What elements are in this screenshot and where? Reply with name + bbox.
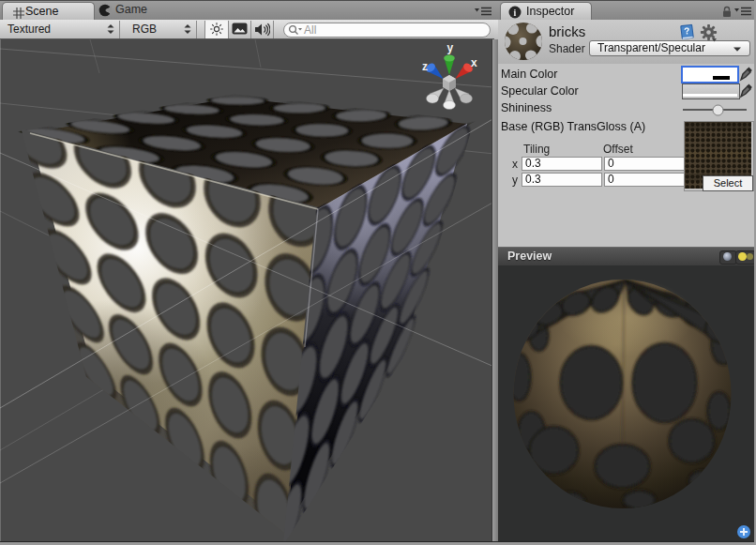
svg-text:x: x: [471, 56, 477, 69]
svg-text:y: y: [447, 41, 454, 54]
svg-text:i: i: [514, 7, 517, 17]
svg-text:z: z: [422, 60, 428, 73]
